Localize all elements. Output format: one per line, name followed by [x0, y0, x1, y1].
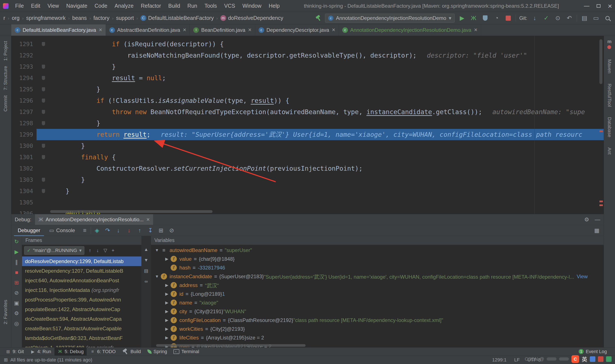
variable-row[interactable]: ▶fworkCities={City[2]@2193}: [151, 325, 604, 333]
event-log-button[interactable]: 1 Event Log: [579, 349, 613, 354]
stack-frame-row[interactable]: doResolveDependency:1299, DefaultListab: [22, 257, 141, 266]
variable-row[interactable]: ▶fname="xiaoge": [151, 298, 604, 307]
add-icon[interactable]: +: [109, 247, 117, 254]
editor-tab[interactable]: cDependencyDescriptor.java×: [255, 24, 339, 36]
expand-arrow-icon[interactable]: ▼: [153, 248, 161, 253]
breadcrumb-item[interactable]: r: [3, 15, 5, 21]
stripe-button-ant[interactable]: Ant: [607, 147, 612, 155]
history-icon[interactable]: ⊙: [554, 14, 562, 22]
menu-edit[interactable]: Edit: [27, 3, 44, 9]
expand-arrow-icon[interactable]: ▶: [163, 291, 171, 296]
mute-breakpoints-icon[interactable]: ⊘: [12, 288, 21, 297]
variable-row[interactable]: ▶fcity={City@2191} "WUHAN": [151, 307, 604, 316]
build-hammer-icon[interactable]: [315, 15, 321, 21]
tab-console[interactable]: ▭ Console: [45, 225, 79, 236]
view-breakpoints-icon[interactable]: ⊞: [156, 226, 166, 235]
hide-panel-icon[interactable]: —: [595, 216, 600, 223]
debug-session-tab[interactable]: Ж AnnotationDependencyInjectionResolutio…: [35, 214, 153, 225]
close-tab-icon[interactable]: ×: [474, 27, 478, 33]
pin-icon[interactable]: ◎: [12, 319, 21, 328]
stack-frame-row[interactable]: inject:640, AutowiredAnnotationBeanPost: [22, 276, 141, 285]
commit-icon[interactable]: ✓: [542, 14, 550, 22]
editor-tab[interactable]: cAnnotationDependencyInjectionResolution…: [339, 24, 481, 36]
error-stripe-mark[interactable]: [599, 130, 603, 132]
run-to-cursor-icon[interactable]: ↧: [146, 226, 155, 235]
toolwindow-button-spring[interactable]: Spring: [144, 348, 170, 356]
toolwindow-button-9-git[interactable]: ⊞9: Git: [2, 348, 27, 356]
menu-window[interactable]: Window: [239, 3, 265, 9]
variable-row[interactable]: ▶fvalue={char[9]@1848}: [151, 255, 604, 263]
editor-horizontal-scrollbar[interactable]: [50, 210, 213, 213]
next-frame-icon[interactable]: ▼: [143, 257, 150, 263]
mute-breakpoints-icon[interactable]: ⊘: [167, 226, 176, 235]
tab-debugger[interactable]: Debugger: [14, 225, 44, 236]
breadcrumb-item[interactable]: factory: [93, 15, 109, 21]
settings-gear-icon[interactable]: ⚙: [12, 309, 21, 317]
update-project-icon[interactable]: ↓: [531, 14, 539, 22]
window-icon[interactable]: ▭: [592, 14, 600, 22]
code-editor[interactable]: 1291 if (isRequired(descriptor)) {1292 r…: [11, 36, 604, 214]
copy-stack-icon[interactable]: ▤: [143, 268, 150, 274]
prev-frame-icon[interactable]: ▲: [143, 246, 150, 253]
stack-frame-row[interactable]: doCreateBean:594, AbstractAutowireCapa: [22, 314, 141, 324]
caret-position[interactable]: 1299:1: [492, 357, 507, 363]
variable-row[interactable]: ▶fid={Long@2189} 1: [151, 289, 604, 298]
breadcrumb-method[interactable]: mdoResolveDependency: [220, 15, 283, 21]
thread-select[interactable]: ✓ "main"@...RUNNING ▾: [24, 246, 84, 255]
breadcrumb-item[interactable]: springframework: [26, 15, 66, 21]
toolwindow-button-4-run[interactable]: ▶4: Run: [27, 348, 54, 356]
expand-arrow-icon[interactable]: ▼: [153, 274, 161, 279]
stripe-button-2favorites[interactable]: 2: Favorites: [3, 300, 8, 324]
menu-file[interactable]: File: [12, 3, 27, 9]
stop-button[interactable]: [504, 14, 512, 22]
variable-row[interactable]: fhash=-332817946: [151, 263, 604, 272]
up-icon[interactable]: ↑: [86, 247, 94, 254]
menu-view[interactable]: View: [44, 3, 63, 9]
stack-frame-row[interactable]: resolveDependency:1207, DefaultListableB: [22, 266, 141, 276]
stop-icon[interactable]: ■: [12, 268, 21, 276]
step-into-icon[interactable]: ↓: [114, 226, 123, 235]
profiler-icon[interactable]: ◔: [493, 14, 501, 22]
menu-run[interactable]: Run: [184, 3, 201, 9]
stack-frame-row[interactable]: postProcessProperties:399, AutowiredAnn: [22, 295, 141, 304]
list-icon[interactable]: ▤: [580, 14, 588, 22]
breadcrumb-item[interactable]: support: [116, 15, 134, 21]
search-icon[interactable]: [603, 14, 612, 22]
pause-icon[interactable]: ∥: [12, 258, 21, 266]
variable-row[interactable]: ▶fconfigFileLocation={ClassPathResource@…: [151, 316, 604, 325]
run-configuration-select[interactable]: c AnnotationDependencyInjectionResolutio…: [325, 14, 455, 23]
toolwindow-button-5-debug[interactable]: Ж5: Debug: [54, 348, 86, 356]
editor-tab[interactable]: IBeanDefinition.java×: [190, 24, 255, 36]
stripe-button-database[interactable]: Database: [607, 117, 612, 137]
async-traces-icon[interactable]: ∞: [143, 278, 150, 285]
menu-analyze[interactable]: Analyze: [111, 3, 137, 9]
stack-frame-row[interactable]: populateBean:1422, AbstractAutowireCap: [22, 304, 141, 314]
stripe-button-1project[interactable]: 1: Project: [3, 41, 8, 61]
stack-frame-row[interactable]: createBean:517, AbstractAutowireCapable: [22, 324, 141, 333]
menu-help[interactable]: Help: [265, 3, 283, 9]
toolwindow-button-build[interactable]: Build: [119, 348, 144, 356]
expand-arrow-icon[interactable]: ▶: [163, 309, 171, 314]
down-icon[interactable]: ↓: [94, 247, 101, 254]
line-ending[interactable]: LF: [514, 357, 520, 363]
minimize-icon[interactable]: —: [584, 2, 589, 9]
expand-arrow-icon[interactable]: ▶: [163, 326, 171, 331]
editor-tab[interactable]: cAbstractBeanDefinition.java×: [106, 24, 190, 36]
stack-frame-row[interactable]: getObject:-1, 1827735498(org.springfr: [22, 343, 141, 347]
error-stripe-mark[interactable]: [599, 201, 603, 202]
variables-horizontal-scrollbar[interactable]: [156, 344, 306, 347]
breadcrumb-item[interactable]: beans: [72, 15, 87, 21]
close-tab-icon[interactable]: ×: [332, 27, 335, 33]
breadcrumb-class[interactable]: CDefaultListableBeanFactory: [141, 15, 214, 21]
step-over-icon[interactable]: ↷: [103, 226, 112, 235]
filter-icon[interactable]: ▽: [101, 247, 109, 254]
editor-vertical-scrollbar[interactable]: [599, 39, 602, 84]
coverage-icon[interactable]: [481, 14, 489, 22]
menu-tools[interactable]: Tools: [201, 3, 220, 9]
toolwindow-button-terminal[interactable]: >_Terminal: [170, 348, 202, 356]
menu-navigate[interactable]: Navigate: [63, 3, 91, 9]
toolwindow-button-6-todo[interactable]: ≡6: TODO: [87, 348, 119, 356]
view-breakpoints-icon[interactable]: ⊞: [12, 278, 21, 287]
stripe-button-maven[interactable]: Maven: [607, 59, 612, 73]
stack-frame-row[interactable]: inject:116, InjectionMetadata(org.spring…: [22, 285, 141, 295]
